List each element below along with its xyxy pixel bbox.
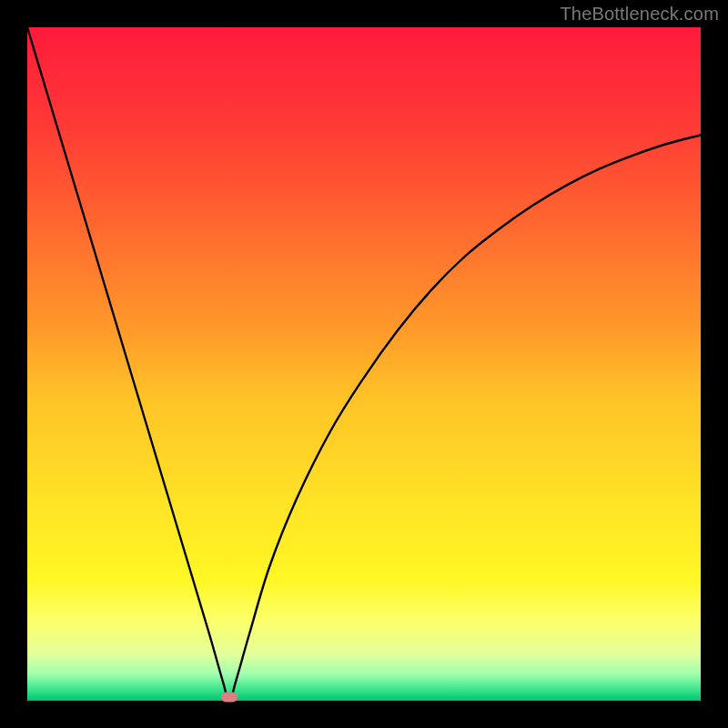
chart-svg (27, 27, 701, 701)
chart-frame: TheBottleneck.com (0, 0, 728, 728)
watermark-text: TheBottleneck.com (560, 4, 719, 25)
chart-plot-area (27, 27, 701, 701)
optimum-marker (221, 693, 238, 703)
